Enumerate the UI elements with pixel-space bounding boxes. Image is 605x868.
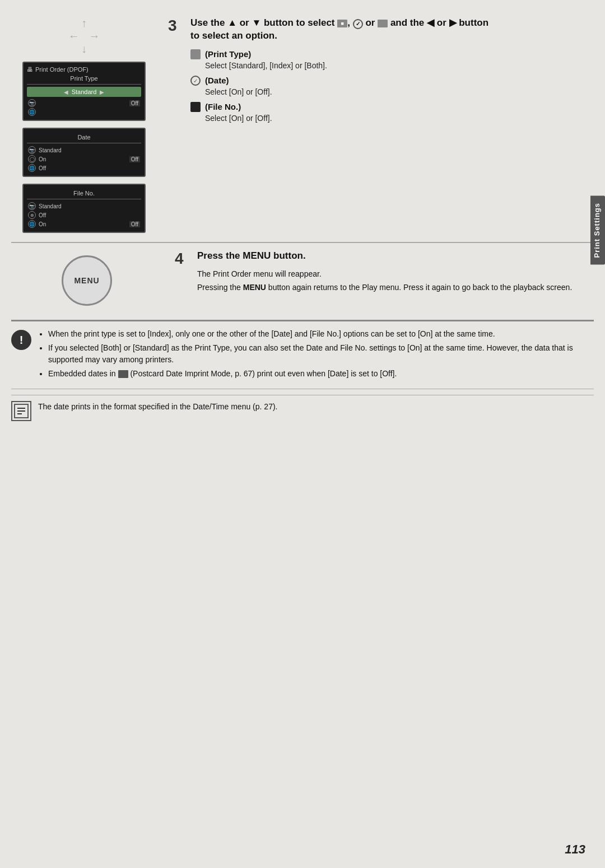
fileno-icon [378, 20, 388, 27]
print-type-header: (Print Type) [190, 49, 594, 59]
side-tab: Print Settings [590, 196, 605, 265]
note-section: ! When the print type is set to [Index],… [11, 320, 594, 389]
screen1-subtitle: Print Type [27, 75, 141, 82]
screen3-title: File No. [27, 190, 141, 197]
print-type-icon: ■ [337, 20, 347, 27]
step4-left: MENU [11, 250, 162, 311]
fileno-header: (File No.) [190, 102, 594, 112]
nav-arrows: ↑← →↓ [11, 17, 157, 55]
page-number: 113 [565, 842, 585, 857]
screen3-subrow-3: 🌐 On Off [27, 220, 141, 228]
date-icon: ✓ [353, 19, 363, 29]
camera-screen-2: Date 📷 Standard ◯ On Off 🌐 Off [22, 128, 146, 177]
screen2-subrow-1: 📷 Standard [27, 146, 141, 155]
subrow-2: 🌐 [27, 108, 141, 116]
screen2-title: Date [27, 134, 141, 141]
warning-icon: ! [11, 330, 31, 350]
tip-icon [11, 401, 31, 421]
print-type-label: (Print Type) [205, 49, 251, 59]
screen2-subrow-2: ◯ On Off [27, 155, 141, 164]
right-column: 3 Use the ▲ or ▼ button to select ■, ✓ o… [162, 17, 594, 236]
step3-title: Use the ▲ or ▼ button to select ■, ✓ or … [190, 17, 594, 43]
arrow-left-icon: ◀ [64, 89, 68, 95]
screen3-subrow-1: 📷 Standard [27, 202, 141, 211]
tip-text: The date prints in the format specified … [38, 401, 594, 421]
step3-content: Use the ▲ or ▼ button to select ■, ✓ or … [190, 17, 594, 128]
note-text: When the print type is set to [Index], o… [38, 328, 594, 382]
screen1-selected-row: ◀ Standard ▶ [27, 87, 141, 97]
screen3-icon-2: ⊗ [28, 211, 36, 219]
step4-number: 4 [175, 250, 190, 293]
print-type-desc: Select [Standard], [Index] or [Both]. [190, 61, 594, 70]
date-desc: Select [On] or [Off]. [190, 87, 594, 96]
top-section: ↑← →↓ 🖶 Print Order (DPOF) Print Type ◀ … [11, 17, 594, 236]
screen3-icon-3: 🌐 [28, 220, 36, 228]
step4-section: MENU 4 Press the MENU button. The Print … [11, 242, 594, 311]
date-icon-circle [190, 76, 201, 86]
sub-icon-2: 🌐 [28, 108, 36, 116]
screen2-subrows: 📷 Standard ◯ On Off 🌐 Off [27, 146, 141, 172]
screen2-icon-2: ◯ [28, 155, 36, 163]
step4-block: 4 Press the MENU button. The Print Order… [175, 250, 594, 293]
print-type-option: (Print Type) Select [Standard], [Index] … [190, 49, 594, 70]
step4-desc2: Pressing the MENU button again returns t… [197, 282, 594, 293]
screen3-subrow-2: ⊗ Off [27, 211, 141, 220]
left-column: ↑← →↓ 🖶 Print Order (DPOF) Print Type ◀ … [11, 17, 162, 236]
screen2-subrow-3: 🌐 Off [27, 164, 141, 172]
menu-button: MENU [62, 255, 112, 306]
printer-icon: 🖶 [27, 66, 33, 73]
date-option: (Date) Select [On] or [Off]. [190, 76, 594, 96]
camera-screen-3: File No. 📷 Standard ⊗ Off 🌐 On Off [22, 184, 146, 233]
tip-section: The date prints in the format specified … [11, 395, 594, 427]
screen1-value: Standard [72, 88, 97, 95]
note-bullet-2: If you selected [Both] or [Standard] as … [48, 342, 594, 366]
sub-icon-1: 📷 [28, 99, 36, 107]
arrow-right-icon: ▶ [100, 89, 104, 95]
note-bullet-3: Embedded dates in (Postcard Date Imprint… [48, 368, 594, 380]
step4-title: Press the MENU button. [197, 250, 594, 263]
subrow-1: 📷 Off [27, 99, 141, 108]
step3-block: 3 Use the ▲ or ▼ button to select ■, ✓ o… [168, 17, 594, 128]
fileno-icon-dark [190, 102, 201, 112]
step4-content: Press the MENU button. The Print Order m… [197, 250, 594, 293]
bottom-sections: ! When the print type is set to [Index],… [11, 320, 594, 427]
screen3-subrows: 📷 Standard ⊗ Off 🌐 On Off [27, 202, 141, 228]
screen3-icon-1: 📷 [28, 202, 36, 210]
print-type-icon-sq [190, 49, 201, 59]
screen2-icon-1: 📷 [28, 146, 36, 154]
page-container: Print Settings ↑← →↓ 🖶 Print Order (DPOF… [0, 0, 605, 868]
date-header: (Date) [190, 76, 594, 86]
menu-bold: MENU [243, 283, 266, 292]
screen1-subrows: 📷 Off 🌐 [27, 99, 141, 116]
date-label: (Date) [205, 76, 229, 85]
step4-desc1: The Print Order menu will reappear. [197, 269, 594, 278]
fileno-desc: Select [On] or [Off]. [190, 114, 594, 123]
step3-number: 3 [168, 17, 184, 128]
screen1-title: 🖶 Print Order (DPOF) [27, 66, 141, 73]
step4-row: MENU 4 Press the MENU button. The Print … [11, 250, 594, 311]
camera-screen-1: 🖶 Print Order (DPOF) Print Type ◀ Standa… [22, 62, 146, 121]
fileno-option: (File No.) Select [On] or [Off]. [190, 102, 594, 123]
postcard-icon [118, 370, 128, 378]
fileno-label: (File No.) [205, 102, 241, 111]
note-bullet-1: When the print type is set to [Index], o… [48, 328, 594, 340]
tip-svg [14, 404, 29, 418]
screen2-icon-3: 🌐 [28, 164, 36, 172]
step4-right: 4 Press the MENU button. The Print Order… [169, 250, 594, 311]
